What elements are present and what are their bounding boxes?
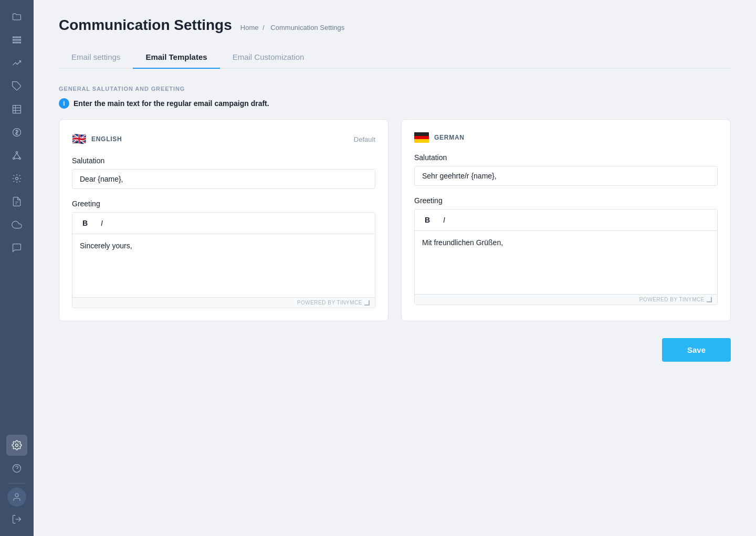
svg-rect-23 — [414, 132, 429, 136]
svg-line-12 — [14, 153, 17, 157]
tab-email-settings[interactable]: Email settings — [59, 46, 133, 69]
english-salutation-label: Salutation — [72, 156, 375, 165]
english-editor-footer: POWERED BY TINYMCE — [72, 297, 375, 308]
english-tinymce-label: POWERED BY TINYMCE — [297, 300, 362, 306]
german-bold-button[interactable]: B — [420, 213, 435, 227]
german-greeting-content[interactable]: Mit freundlichen Grüßen, — [415, 231, 717, 294]
svg-line-13 — [17, 153, 20, 157]
english-resize-handle[interactable] — [364, 300, 370, 306]
tab-email-templates[interactable]: Email Templates — [133, 46, 219, 69]
info-icon: i — [59, 98, 69, 109]
breadcrumb: Home / Communication Settings — [240, 24, 346, 31]
network-icon[interactable] — [6, 145, 27, 166]
german-salutation-label: Salutation — [414, 153, 718, 162]
save-button[interactable]: Save — [662, 338, 731, 362]
svg-rect-4 — [13, 106, 21, 113]
folder-icon[interactable] — [6, 6, 27, 27]
cloud-icon[interactable] — [6, 214, 27, 235]
svg-point-18 — [16, 444, 18, 447]
german-card: GERMAN Salutation Greeting B I Mit freun… — [401, 119, 731, 321]
svg-point-19 — [13, 465, 21, 472]
svg-point-9 — [16, 152, 17, 153]
german-tinymce-label: POWERED BY TINYMCE — [639, 297, 705, 302]
german-lang-row: GERMAN — [414, 132, 465, 143]
breadcrumb-home[interactable]: Home — [240, 24, 259, 31]
svg-rect-2 — [13, 42, 21, 43]
english-greeting-content[interactable]: Sincerely yours, — [72, 234, 375, 297]
document-icon[interactable] — [6, 191, 27, 212]
german-salutation-input[interactable] — [414, 166, 718, 186]
breadcrumb-current: Communication Settings — [270, 24, 344, 31]
german-editor-toolbar: B I — [415, 209, 717, 231]
english-salutation-input[interactable] — [72, 169, 375, 189]
tag-icon[interactable] — [6, 76, 27, 97]
german-lang-name: GERMAN — [434, 134, 465, 141]
svg-rect-1 — [13, 39, 21, 40]
list-icon[interactable] — [6, 29, 27, 50]
sidebar — [0, 0, 34, 536]
english-lang-name: ENGLISH — [91, 135, 122, 143]
page-title: Communication Settings — [59, 17, 232, 34]
help-icon[interactable] — [6, 458, 27, 479]
svg-rect-24 — [414, 136, 429, 139]
analytics-icon[interactable] — [6, 52, 27, 73]
section-info-text: Enter the main text for the regular emai… — [74, 99, 269, 108]
user-avatar[interactable] — [7, 488, 26, 507]
english-lang-row: 🇬🇧 ENGLISH — [72, 132, 122, 146]
german-italic-button[interactable]: I — [437, 213, 452, 227]
settings-sub-icon[interactable] — [6, 168, 27, 189]
finance-icon[interactable] — [6, 122, 27, 143]
footer-actions: Save — [59, 338, 731, 383]
english-editor-toolbar: B I — [72, 213, 375, 234]
svg-rect-25 — [414, 139, 429, 143]
english-flag-icon: 🇬🇧 — [72, 132, 86, 146]
chat-icon[interactable] — [6, 237, 27, 258]
german-greeting-label: Greeting — [414, 196, 718, 205]
german-flag-icon — [414, 132, 429, 143]
section-label: GENERAL SALUTATION AND GREETING — [59, 86, 731, 92]
tabs: Email settings Email Templates Email Cus… — [59, 46, 731, 69]
section-info: i Enter the main text for the regular em… — [59, 98, 731, 109]
german-card-header: GERMAN — [414, 132, 718, 143]
lang-cards: 🇬🇧 ENGLISH Default Salutation Greeting B… — [59, 119, 731, 321]
german-greeting-editor: B I Mit freundlichen Grüßen, POWERED BY … — [414, 209, 718, 305]
svg-point-21 — [15, 493, 18, 497]
english-bold-button[interactable]: B — [78, 216, 92, 230]
table-icon[interactable] — [6, 99, 27, 120]
svg-point-15 — [16, 177, 18, 180]
english-italic-button[interactable]: I — [94, 216, 109, 230]
settings-icon[interactable] — [6, 435, 27, 456]
page-header: Communication Settings Home / Communicat… — [59, 17, 731, 34]
german-editor-footer: POWERED BY TINYMCE — [415, 294, 717, 304]
english-greeting-editor: B I Sincerely yours, POWERED BY TINYMCE — [72, 212, 375, 308]
logout-icon[interactable] — [6, 509, 27, 530]
svg-rect-0 — [13, 37, 21, 38]
german-resize-handle[interactable] — [707, 297, 712, 302]
breadcrumb-separator: / — [262, 24, 265, 31]
main-content: Communication Settings Home / Communicat… — [34, 0, 756, 536]
english-greeting-label: Greeting — [72, 199, 375, 208]
english-default-label: Default — [354, 135, 375, 143]
tab-email-customization[interactable]: Email Customization — [220, 46, 317, 69]
english-card: 🇬🇧 ENGLISH Default Salutation Greeting B… — [59, 119, 388, 321]
english-card-header: 🇬🇧 ENGLISH Default — [72, 132, 375, 146]
